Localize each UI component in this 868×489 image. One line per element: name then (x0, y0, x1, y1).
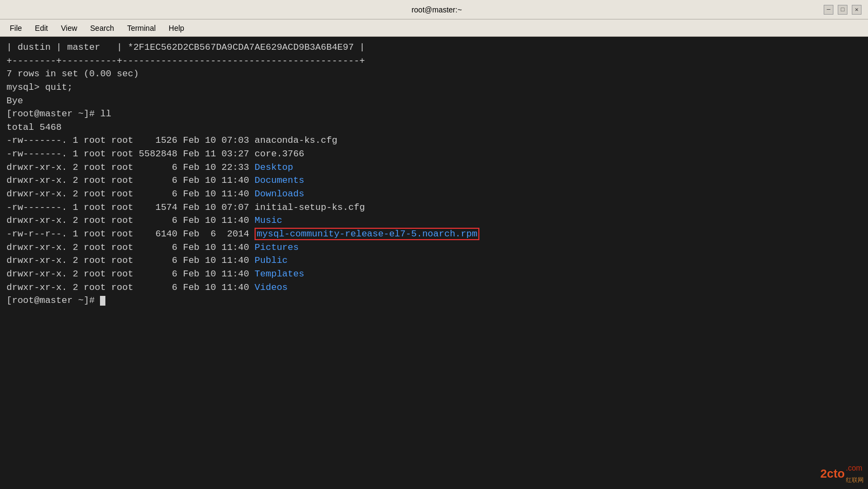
directory-name: Templates (255, 269, 304, 279)
highlighted-filename: mysql-community-release-el7-5.noarch.rpm (255, 228, 479, 240)
directory-name: Downloads (255, 189, 304, 199)
directory-name: Videos (255, 282, 288, 293)
terminal-line: +--------+----------+-------------------… (6, 55, 862, 68)
minimize-button[interactable]: ─ (824, 5, 833, 15)
maximize-button[interactable]: □ (838, 5, 847, 15)
terminal-line: 7 rows in set (0.00 sec) (6, 68, 862, 81)
menu-search[interactable]: Search (85, 22, 119, 35)
terminal-cursor (100, 296, 105, 306)
terminal-line: -rw-------. 1 root root 1526 Feb 10 07:0… (6, 134, 862, 148)
window-controls: ─ □ ✕ (824, 5, 862, 15)
terminal-line: total 5468 (6, 121, 862, 135)
terminal-line: [root@master ~]# ll (6, 108, 862, 121)
menu-view[interactable]: View (56, 22, 83, 35)
terminal-line: drwxr-xr-x. 2 root root 6 Feb 10 11:40 P… (6, 254, 862, 268)
close-button[interactable]: ✕ (852, 5, 862, 15)
watermark-brand: 2cto (820, 465, 845, 483)
terminal-line: drwxr-xr-x. 2 root root 6 Feb 10 11:40 V… (6, 281, 862, 295)
watermark-domain: .com红联网 (846, 462, 864, 485)
terminal-line: drwxr-xr-x. 2 root root 6 Feb 10 22:33 D… (6, 161, 862, 175)
terminal-line: mysql> quit; (6, 81, 862, 95)
directory-name: Desktop (255, 162, 293, 173)
terminal-line: -rw-------. 1 root root 1574 Feb 10 07:0… (6, 201, 862, 215)
directory-name: Public (255, 255, 288, 266)
terminal-line: -rw-r--r--. 1 root root 6140 Feb 6 2014 … (6, 228, 862, 241)
terminal-line: [root@master ~]# (6, 294, 862, 308)
terminal-line: drwxr-xr-x. 2 root root 6 Feb 10 11:40 P… (6, 241, 862, 255)
terminal-line: drwxr-xr-x. 2 root root 6 Feb 10 11:40 D… (6, 188, 862, 201)
menu-terminal[interactable]: Terminal (122, 22, 161, 35)
terminal-line: | dustin | master | *2F1EC562D2CB567DA9C… (6, 41, 862, 55)
directory-name: Documents (255, 175, 304, 186)
terminal-output[interactable]: | dustin | master | *2F1EC562D2CB567DA9C… (0, 37, 868, 489)
directory-name: Music (255, 215, 282, 226)
directory-name: Pictures (255, 242, 299, 253)
menu-help[interactable]: Help (163, 22, 190, 35)
menu-file[interactable]: File (4, 22, 28, 35)
terminal-line: drwxr-xr-x. 2 root root 6 Feb 10 11:40 D… (6, 174, 862, 188)
title-bar: root@master:~ ─ □ ✕ (0, 0, 868, 19)
watermark: 2cto.com红联网 (820, 462, 864, 485)
terminal-window: root@master:~ ─ □ ✕ File Edit View Searc… (0, 0, 868, 489)
menu-edit[interactable]: Edit (30, 22, 54, 35)
terminal-line: drwxr-xr-x. 2 root root 6 Feb 10 11:40 T… (6, 268, 862, 281)
terminal-line: drwxr-xr-x. 2 root root 6 Feb 10 11:40 M… (6, 214, 862, 228)
terminal-line: Bye (6, 95, 862, 108)
terminal-line: -rw-------. 1 root root 5582848 Feb 11 0… (6, 148, 862, 161)
window-title: root@master:~ (50, 5, 824, 14)
menu-bar: File Edit View Search Terminal Help (0, 19, 868, 37)
